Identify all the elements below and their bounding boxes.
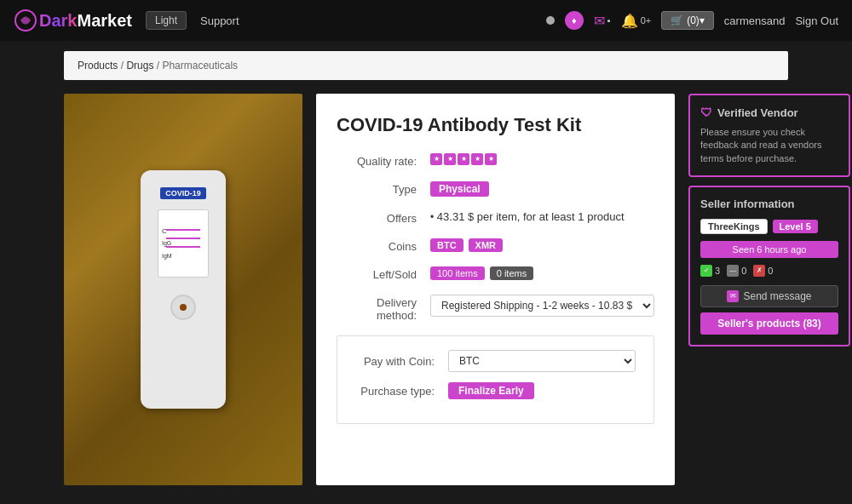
left-sold-label: Left/Sold <box>337 266 430 281</box>
test-kit-visual: COVID-19 C IgG IgM <box>141 170 226 409</box>
username-label: carmensand <box>724 14 786 27</box>
coins-label: Coins <box>337 238 430 253</box>
stat-neutral: — 0 <box>727 265 746 277</box>
header-icons: ♦ ✉ ▪ 🔔 0+ 🛒 (0)▾ carmensand Sign Out <box>546 11 838 30</box>
sold-items-badge: 0 items <box>490 266 533 280</box>
sellers-products-button[interactable]: Seller's products (83) <box>700 312 838 335</box>
seller-info-box: Seller information ThreeKings Level 5 Se… <box>688 186 850 346</box>
pay-section: Pay with Coin: BTC Purchase type: Finali… <box>337 335 654 424</box>
sign-out-button[interactable]: Sign Out <box>795 14 838 27</box>
test-line-1 <box>166 229 200 231</box>
sidebar: 🛡 Verified Vendor Please ensure you chec… <box>688 94 850 485</box>
logo: DarkMarket <box>14 9 132 32</box>
product-title: COVID-19 Antibody Test Kit <box>337 114 654 136</box>
pay-coin-value: BTC <box>448 350 636 372</box>
profile-icon: ♦ <box>565 11 584 30</box>
delivery-row: Delivery method: Registered Shipping - 1… <box>337 295 654 322</box>
send-message-button[interactable]: ✉ Send message <box>700 285 838 307</box>
test-line-3 <box>166 246 200 248</box>
neutral-count: 0 <box>741 266 746 276</box>
envelope-icon: ✉ <box>594 13 605 29</box>
product-image: COVID-19 C IgG IgM <box>64 94 302 485</box>
quality-row: Quality rate: ★ ★ ★ ★ ★ <box>337 153 654 168</box>
image-background: COVID-19 C IgG IgM <box>64 94 302 485</box>
cart-icon: 🛒 <box>671 14 683 26</box>
positive-icon: ✓ <box>700 265 712 277</box>
test-kit-dot <box>180 304 187 311</box>
seller-stats: ✓ 3 — 0 ✗ 0 <box>700 265 838 277</box>
seller-name-badge[interactable]: ThreeKings <box>700 219 768 234</box>
message-count: ▪ <box>607 15 611 26</box>
quality-icon-4: ★ <box>471 153 483 165</box>
quality-icon-2: ★ <box>444 153 456 165</box>
breadcrumb-products[interactable]: Products <box>78 60 118 72</box>
purchase-type-label: Purchase type: <box>354 385 448 398</box>
stat-positive: ✓ 3 <box>700 265 720 277</box>
seller-info-title: Seller information <box>700 198 838 210</box>
delivery-label: Delivery method: <box>337 295 430 322</box>
pay-coin-select[interactable]: BTC <box>448 350 636 372</box>
support-link[interactable]: Support <box>200 14 239 27</box>
seller-level-badge: Level 5 <box>773 220 818 233</box>
bell-icon: 🔔 <box>621 13 638 29</box>
test-kit-circle <box>170 295 196 320</box>
send-message-label: Send message <box>743 290 811 302</box>
logo-market: Market <box>77 11 131 31</box>
coins-row: Coins BTC XMR <box>337 238 654 253</box>
vendor-description: Please ensure you check feedback and rea… <box>700 126 838 165</box>
finalize-early-button[interactable]: Finalize Early <box>448 382 534 399</box>
cart-button[interactable]: 🛒 (0)▾ <box>661 11 714 30</box>
offers-row: Offers • 43.31 $ per item, for at least … <box>337 210 654 225</box>
pay-coin-label: Pay with Coin: <box>354 355 448 368</box>
breadcrumb: Products / Drugs / Pharmaceuticals <box>64 51 788 80</box>
breadcrumb-drugs[interactable]: Drugs <box>126 60 153 72</box>
quality-icons: ★ ★ ★ ★ ★ <box>430 153 654 165</box>
verified-vendor-box: 🛡 Verified Vendor Please ensure you chec… <box>688 94 850 177</box>
purchase-type-value: Finalize Early <box>448 382 534 399</box>
notifications-badge[interactable]: 🔔 0+ <box>621 13 652 29</box>
light-mode-button[interactable]: Light <box>146 11 187 30</box>
delivery-select[interactable]: Registered Shipping - 1-2 weeks - 10.83 … <box>430 295 654 317</box>
offers-text: • 43.31 $ per item, for at least 1 produ… <box>430 210 625 223</box>
btc-badge: BTC <box>430 238 463 252</box>
type-value: Physical <box>430 181 654 197</box>
logo-dark: Dark <box>39 11 77 31</box>
negative-count: 0 <box>768 266 773 276</box>
status-dot-icon <box>546 16 555 25</box>
igg-label: IgG <box>162 240 171 246</box>
c-label: C <box>162 227 167 235</box>
test-kit-label: COVID-19 <box>160 187 206 199</box>
profile-badge[interactable]: ♦ <box>565 11 584 30</box>
quality-icon-3: ★ <box>458 153 469 165</box>
vendor-header: 🛡 Verified Vendor <box>700 106 838 119</box>
offers-label: Offers <box>337 210 430 225</box>
igm-label: IgM <box>162 253 172 259</box>
positive-count: 3 <box>715 266 720 276</box>
header: DarkMarket Light Support ♦ ✉ ▪ 🔔 0+ 🛒 (0… <box>0 0 852 41</box>
cart-count: (0)▾ <box>687 14 705 26</box>
xmr-badge: XMR <box>469 238 503 252</box>
quality-icon-5: ★ <box>485 153 497 165</box>
delivery-value: Registered Shipping - 1-2 weeks - 10.83 … <box>430 295 654 317</box>
left-sold-value: 100 items 0 items <box>430 266 654 280</box>
seller-seen-badge: Seen 6 hours ago <box>700 241 838 258</box>
quality-label: Quality rate: <box>337 153 430 168</box>
offers-value: • 43.31 $ per item, for at least 1 produ… <box>430 210 654 223</box>
notification-count: 0+ <box>641 15 652 26</box>
physical-badge: Physical <box>430 181 489 197</box>
quality-icon-1: ★ <box>430 153 442 165</box>
seller-name-row: ThreeKings Level 5 <box>700 219 838 234</box>
neutral-icon: — <box>727 265 739 277</box>
test-line-2 <box>166 238 200 239</box>
left-sold-row: Left/Sold 100 items 0 items <box>337 266 654 281</box>
messages-badge[interactable]: ✉ ▪ <box>594 13 611 29</box>
type-label: Type <box>337 181 430 196</box>
verified-vendor-icon: 🛡 <box>700 106 712 119</box>
coins-value: BTC XMR <box>430 238 654 252</box>
purchase-type-row: Purchase type: Finalize Early <box>354 382 636 399</box>
product-detail: COVID-19 Antibody Test Kit Quality rate:… <box>316 94 675 485</box>
type-row: Type Physical <box>337 181 654 197</box>
pay-coin-row: Pay with Coin: BTC <box>354 350 636 372</box>
left-items-badge: 100 items <box>430 266 485 280</box>
negative-icon: ✗ <box>753 265 765 277</box>
